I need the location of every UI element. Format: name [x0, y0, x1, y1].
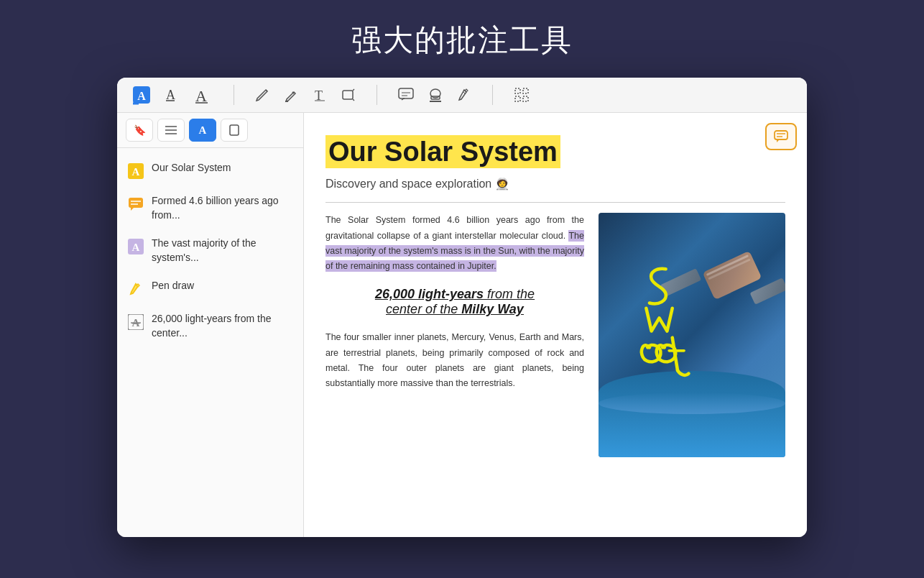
svg-text:A: A	[166, 88, 175, 102]
sidebar-item-solar-system[interactable]: A Our Solar System	[117, 154, 303, 187]
doc-title-wrapper: Our Solar System	[325, 134, 785, 170]
pen-icon[interactable]	[456, 87, 472, 103]
featured-line-2: center of the Milky Way	[325, 302, 584, 317]
sidebar-item-text-1: Our Solar System	[152, 161, 231, 175]
toolbar-comment-group	[397, 86, 472, 104]
svg-rect-22	[523, 96, 528, 101]
doc-image-column	[599, 213, 785, 457]
divider-3	[492, 85, 493, 105]
pen-icon-4	[127, 280, 144, 298]
app-window: A A A	[117, 78, 807, 537]
doc-featured-text: 26,000 light-years from the center of th…	[325, 287, 584, 317]
tab-list[interactable]	[157, 119, 185, 142]
svg-text:A: A	[132, 242, 140, 253]
highlighted-text: The vast majority of the system's mass i…	[325, 230, 584, 272]
tab-annotations[interactable]: A	[189, 119, 216, 142]
sidebar-item-lightyears[interactable]: A 26,000 light-years from the center...	[117, 305, 303, 347]
svg-rect-19	[515, 88, 520, 93]
font-size-large-icon[interactable]: A	[195, 86, 213, 104]
toolbar-select-group	[513, 86, 530, 104]
comment-bubble[interactable]	[765, 123, 797, 150]
font-size-small-icon[interactable]: A	[165, 86, 182, 104]
toolbar-font-group: A A A	[131, 85, 213, 105]
svg-text:A: A	[195, 87, 207, 104]
sidebar-item-text-3: The vast majority of the system's...	[152, 237, 293, 265]
svg-text:A: A	[137, 90, 146, 102]
doc-title: Our Solar System	[325, 135, 560, 168]
sidebar-item-text-4: Pen draw	[152, 279, 194, 293]
sidebar-item-formed[interactable]: Formed 4.6 billion years ago from...	[117, 187, 303, 229]
sidebar-item-text-2: Formed 4.6 billion years ago from...	[152, 194, 293, 222]
svg-rect-20	[523, 88, 528, 93]
highlighter-icon[interactable]	[283, 87, 299, 103]
page-title: 强大的批注工具	[351, 20, 573, 60]
svg-text:A: A	[132, 166, 140, 178]
satellite-panel-right	[750, 278, 785, 305]
font-main-icon[interactable]: A	[131, 85, 152, 105]
sidebar-item-vast-majority[interactable]: A The vast majority of the system's...	[117, 229, 303, 272]
doc-subtitle: Discovery and space exploration 🧑‍🚀	[325, 177, 785, 191]
doc-body: The Solar System formed 4.6 billion year…	[325, 213, 785, 457]
svg-rect-21	[515, 96, 520, 101]
sidebar-items-list: A Our Solar System F	[117, 148, 303, 537]
divider-1	[234, 85, 234, 105]
svg-line-12	[353, 99, 354, 101]
comment-icon-2	[127, 196, 144, 213]
stamp-icon[interactable]	[428, 86, 443, 104]
space-image	[599, 213, 785, 457]
svg-rect-26	[230, 125, 239, 135]
toolbar: A A A	[117, 78, 807, 113]
sidebar-item-text-5: 26,000 light-years from the center...	[152, 312, 293, 340]
doc-divider	[325, 202, 785, 203]
sidebar-item-pen-draw[interactable]: Pen draw	[117, 272, 303, 305]
svg-rect-10	[343, 91, 353, 99]
shape-icon[interactable]	[341, 87, 356, 103]
svg-line-11	[353, 89, 354, 91]
content-area: 🔖 A	[117, 113, 807, 537]
sidebar: 🔖 A	[117, 113, 304, 537]
doc-paragraph-1: The Solar System formed 4.6 billion year…	[325, 213, 584, 274]
pencil-icon[interactable]	[254, 87, 270, 103]
featured-line-1: 26,000 light-years from the	[325, 287, 584, 302]
doc-paragraph-2: The four smaller inner planets, Mercury,…	[325, 330, 584, 391]
tab-bookmark[interactable]: 🔖	[126, 119, 153, 142]
annotation-icon-1: A	[127, 162, 144, 180]
doc-text-column: The Solar System formed 4.6 billion year…	[325, 213, 584, 457]
highlight-icon-3: A	[127, 238, 144, 255]
sweet-handwriting	[606, 256, 706, 400]
tab-pages[interactable]	[221, 119, 248, 142]
divider-2	[376, 85, 377, 105]
document-area: Our Solar System Discovery and space exp…	[304, 113, 807, 537]
text-tool-icon[interactable]: T	[312, 87, 328, 103]
sidebar-tabs: 🔖 A	[117, 113, 303, 148]
toolbar-draw-group: T	[254, 87, 356, 103]
svg-rect-37	[775, 131, 787, 139]
comment-icon[interactable]	[397, 87, 415, 103]
annotation-strike-icon-5: A	[127, 313, 144, 331]
selection-icon[interactable]	[513, 86, 530, 104]
svg-rect-13	[399, 88, 413, 98]
svg-rect-29	[129, 198, 143, 208]
